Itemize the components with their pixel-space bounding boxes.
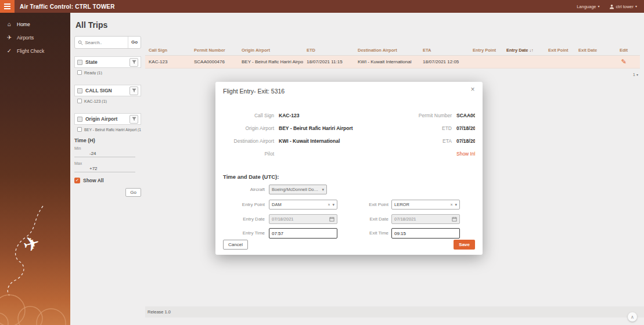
sidebar-item-home[interactable]: ⌂ Home bbox=[0, 17, 70, 31]
chevron-down-icon: ▾ bbox=[332, 203, 334, 207]
filter-group-title: Origin Airport bbox=[85, 116, 117, 122]
sort-icon: ↓↑ bbox=[530, 48, 534, 52]
column-header-exit-date[interactable]: Exit Date bbox=[575, 48, 607, 53]
column-header-origin-airport[interactable]: Origin Airport bbox=[238, 48, 303, 53]
user-menu[interactable]: ctrl tower ▾ bbox=[609, 4, 637, 9]
exit-time-input[interactable] bbox=[391, 228, 460, 239]
filters-go-button[interactable]: Go bbox=[125, 188, 141, 197]
user-icon bbox=[609, 4, 614, 9]
filter-option-kac123[interactable]: KAC-123 (1) bbox=[77, 99, 141, 103]
column-header-destination-airport[interactable]: Destination Airport bbox=[354, 48, 419, 53]
bey-checkbox[interactable] bbox=[77, 127, 82, 132]
sidebar-nav: ⌂ Home ✈ Airports ✓ Flight Check bbox=[0, 13, 70, 57]
sidebar-item-airports[interactable]: ✈ Airports bbox=[0, 31, 70, 44]
sidebar-item-label: Flight Check bbox=[17, 48, 44, 54]
column-header-etd[interactable]: ETD bbox=[303, 48, 354, 53]
save-button[interactable]: Save bbox=[454, 240, 475, 250]
call-sign-label: Call Sign bbox=[223, 113, 274, 118]
clear-icon[interactable]: × bbox=[328, 203, 330, 207]
cell-destination-airport: KWI - Kuwait International bbox=[354, 59, 419, 64]
cloud-trail-decoration bbox=[0, 189, 70, 325]
close-icon[interactable]: × bbox=[469, 86, 477, 94]
hamburger-icon bbox=[4, 6, 10, 7]
flight-info-grid: Call Sign KAC-123 Permit Number SCAA0000… bbox=[223, 113, 475, 157]
chevron-down-icon: ▾ bbox=[598, 5, 600, 8]
origin-airport-value: BEY - Beirut Rafic Hariri Airport bbox=[279, 125, 394, 131]
call-sign-select-all-checkbox[interactable] bbox=[77, 88, 82, 93]
permit-number-value: SCAA0000476 bbox=[456, 113, 475, 118]
destination-airport-value: KWI - Kuwait International bbox=[279, 138, 394, 144]
page-title: All Trips bbox=[75, 20, 107, 30]
state-filter-button[interactable] bbox=[129, 58, 138, 67]
filter-group-title: CALL SIGN bbox=[85, 88, 112, 93]
hamburger-menu-button[interactable] bbox=[0, 0, 15, 13]
min-input[interactable] bbox=[74, 150, 135, 157]
show-all-label: Show All bbox=[83, 178, 104, 183]
filter-option-bey[interactable]: BEY - Beirut Rafic Hariri Airport (1) bbox=[77, 127, 141, 132]
pilot-label: Pilot bbox=[223, 151, 274, 157]
eta-label: ETA bbox=[398, 138, 452, 144]
max-input[interactable] bbox=[74, 165, 135, 172]
entry-point-combobox[interactable]: DAM × ▾ bbox=[269, 200, 337, 210]
modal-title: Flight Entry- Exit: 5316 bbox=[223, 88, 285, 95]
edit-button[interactable]: ✎ bbox=[621, 58, 626, 65]
filter-group-state: State bbox=[74, 56, 141, 68]
scroll-to-top-button[interactable]: ∧ bbox=[628, 312, 637, 322]
app-window: Air Traffic Control: CTRL TOWER Language… bbox=[0, 0, 644, 325]
time-filter-title: Time (H) bbox=[74, 138, 95, 143]
origin-airport-label: Origin Airport bbox=[223, 125, 274, 131]
chevron-down-icon: ▾ bbox=[635, 5, 637, 8]
cancel-button[interactable]: Cancel bbox=[223, 240, 248, 250]
column-header-exit-point[interactable]: Exit Point bbox=[545, 48, 575, 53]
user-label: ctrl tower bbox=[616, 4, 634, 9]
column-header-permit-number[interactable]: Permit Number bbox=[190, 48, 238, 53]
flight-entry-exit-modal: Flight Entry- Exit: 5316 × Call Sign KAC… bbox=[215, 82, 483, 255]
clear-icon[interactable]: × bbox=[450, 203, 452, 207]
top-bar: Air Traffic Control: CTRL TOWER Language… bbox=[0, 0, 644, 13]
etd-value: 07/18/2021 11:15 bbox=[456, 125, 475, 131]
language-menu[interactable]: Language ▾ bbox=[577, 4, 599, 9]
show-all-checkbox[interactable]: ✓ bbox=[74, 178, 80, 183]
table-row[interactable]: KAC-123 SCAA0000476 BEY - Beirut Rafic H… bbox=[145, 56, 640, 68]
kac123-checkbox[interactable] bbox=[77, 99, 82, 103]
exit-point-combobox[interactable]: LEROR × ▾ bbox=[391, 200, 460, 210]
column-header-entry-date[interactable]: Entry Date↓↑ bbox=[503, 48, 545, 53]
etd-label: ETD bbox=[398, 125, 452, 131]
cell-call-sign: KAC-123 bbox=[145, 59, 190, 64]
trips-table: Call Sign Permit Number Origin Airport E… bbox=[145, 45, 640, 68]
top-bar-right: Language ▾ ctrl tower ▾ bbox=[577, 4, 644, 9]
filter-option-label: KAC-123 (1) bbox=[84, 99, 107, 103]
exit-point-label: Exit Point bbox=[340, 202, 388, 207]
search-input[interactable] bbox=[85, 40, 128, 45]
show-information-link[interactable]: Show Information bbox=[456, 151, 475, 157]
app-title: Air Traffic Control: CTRL TOWER bbox=[20, 3, 115, 10]
exit-date-input[interactable]: 07/18/2021 bbox=[391, 214, 460, 224]
search-box: Go bbox=[74, 36, 141, 49]
chevron-up-icon: ∧ bbox=[631, 315, 634, 320]
release-label: Release 1.0 bbox=[147, 309, 171, 315]
origin-airport-filter-button[interactable] bbox=[129, 115, 138, 124]
show-all-toggle[interactable]: ✓ Show All bbox=[74, 178, 104, 183]
column-header-entry-point[interactable]: Entry Point bbox=[469, 48, 503, 53]
entry-date-label: Entry Date bbox=[223, 216, 265, 222]
pagination[interactable]: 1 ▾ bbox=[633, 72, 638, 77]
entry-time-input[interactable] bbox=[269, 228, 337, 239]
search-go-button[interactable]: Go bbox=[128, 37, 141, 48]
call-sign-filter-button[interactable] bbox=[129, 86, 138, 95]
origin-airport-select-all-checkbox[interactable] bbox=[77, 117, 82, 122]
sidebar: ⌂ Home ✈ Airports ✓ Flight Check ✈ bbox=[0, 13, 70, 325]
funnel-icon bbox=[132, 60, 136, 64]
sidebar-item-flight-check[interactable]: ✓ Flight Check bbox=[0, 44, 70, 57]
entry-point-label: Entry Point bbox=[223, 202, 265, 207]
column-header-call-sign[interactable]: Call Sign bbox=[145, 48, 190, 53]
entry-date-input[interactable]: 07/18/2021 bbox=[269, 214, 337, 224]
table-header-row: Call Sign Permit Number Origin Airport E… bbox=[145, 45, 640, 56]
column-header-eta[interactable]: ETA bbox=[419, 48, 469, 53]
funnel-icon bbox=[132, 88, 136, 93]
filter-option-ready[interactable]: Ready (1) bbox=[77, 70, 141, 75]
filter-option-label: Ready (1) bbox=[84, 71, 102, 75]
destination-airport-label: Destination Airport bbox=[223, 138, 274, 144]
ready-checkbox[interactable] bbox=[77, 70, 82, 75]
state-select-all-checkbox[interactable] bbox=[77, 60, 82, 65]
aircraft-select[interactable]: Boeing/McDonnell Douglas bo... ▾ bbox=[269, 185, 327, 194]
